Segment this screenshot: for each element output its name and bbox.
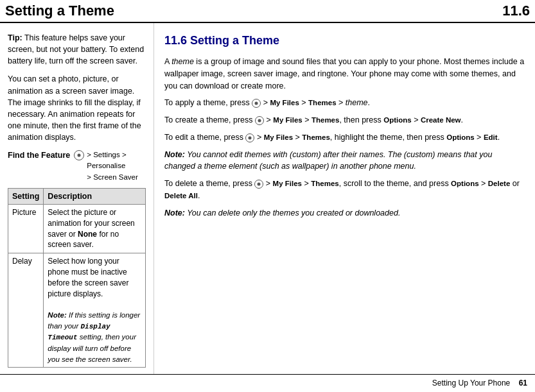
nav-icon: [74, 150, 84, 160]
right-note2: Note: You can delete only the themes you…: [164, 207, 525, 219]
page-title: Setting a Theme: [5, 3, 114, 19]
find-path-line2: > Screen Saver: [87, 172, 146, 183]
tip-body: This feature helps save your screen, but…: [8, 33, 144, 65]
section-title: 11.6 Setting a Theme: [164, 32, 525, 49]
find-feature-row: Find the Feature > Settings > Personalis…: [8, 149, 146, 183]
intro-text: You can set a photo, picture, or animati…: [8, 73, 146, 143]
find-feature: Find the Feature > Settings > Personalis…: [8, 149, 146, 183]
setting-desc-delay: Select how long your phone must be inact…: [44, 253, 146, 368]
setting-name-picture: Picture: [8, 205, 44, 253]
tip-label: Tip:: [8, 33, 22, 42]
table-row: Picture Select the picture or animation …: [8, 205, 146, 253]
tip-text: Tip: This feature helps save your screen…: [8, 32, 146, 67]
col-description: Description: [44, 188, 146, 204]
nav-icon-create: [255, 116, 264, 125]
setting-name-delay: Delay: [8, 253, 44, 368]
content-area: Tip: This feature helps save your screen…: [0, 23, 535, 374]
find-path: > Settings > Personalise > Screen Saver: [87, 149, 146, 183]
tip-block: Tip: This feature helps save your screen…: [8, 32, 146, 67]
footer-page: 61: [519, 379, 527, 388]
right-para4: To edit a theme, press > My Files > Them…: [164, 132, 525, 144]
nav-icon-delete: [254, 180, 263, 189]
nav-icon-apply: [252, 99, 261, 108]
page-header: Setting a Theme 11.6: [0, 0, 535, 23]
right-para2: To apply a theme, press > My Files > The…: [164, 97, 525, 109]
find-feature-label: Find the Feature: [8, 149, 70, 161]
right-para3: To create a theme, press > My Files > Th…: [164, 114, 525, 126]
col-setting: Setting: [8, 188, 44, 204]
page-footer: Setting Up Your Phone 61: [0, 374, 535, 391]
right-para1: A theme is a group of image and sound fi…: [164, 56, 525, 92]
settings-table: Setting Description Picture Select the p…: [8, 188, 146, 368]
find-path-line1: > Settings > Personalise: [87, 149, 146, 172]
nav-icon-edit: [245, 133, 254, 142]
delay-note: Note: If this setting is longer than you…: [48, 311, 140, 362]
right-column: 11.6 Setting a Theme A theme is a group …: [154, 23, 535, 374]
setting-desc-picture: Select the picture or animation for your…: [44, 205, 146, 253]
right-note1: Note: You cannot edit themes with (custo…: [164, 149, 525, 173]
left-column: Tip: This feature helps save your screen…: [0, 23, 154, 374]
right-para5: To delete a theme, press > My Files > Th…: [164, 178, 525, 202]
table-row: Delay Select how long your phone must be…: [8, 253, 146, 368]
footer-text: Setting Up Your Phone 61: [432, 379, 527, 388]
page-number: 11.6: [502, 3, 530, 19]
